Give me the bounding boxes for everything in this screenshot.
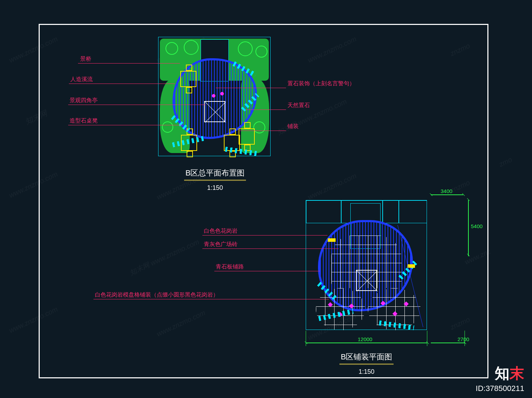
callout-label: 白色花岗岩模盘格铺装（点缀小圆形黑色花岗岩） (95, 291, 219, 299)
callout-leader (68, 125, 183, 125)
callout-leader (214, 271, 320, 271)
dimension-line (306, 343, 427, 343)
callout-label: 天然置石 (287, 102, 310, 109)
dimension-value: 12000 (358, 336, 372, 342)
circular-paving (316, 288, 365, 330)
callout-leader (246, 110, 286, 110)
dimension-ext (465, 331, 465, 346)
callout-label: 白色色花岗岩 (204, 227, 238, 235)
callout-label: 青灰色广场砖 (204, 241, 238, 248)
tree-symbol (238, 41, 253, 56)
callout-label: 景桥 (80, 55, 91, 63)
dimension-value: 2700 (458, 336, 469, 342)
callout-label: 人造溪流 (70, 76, 93, 83)
inner-grid-box (306, 200, 341, 223)
drawing-title-block: B区总平面布置图 1:150 (162, 168, 268, 192)
dimension-line (468, 200, 469, 256)
inner-grid-box (399, 200, 427, 223)
tree-symbol (166, 42, 178, 55)
stone-table (180, 71, 196, 87)
stone-step (328, 238, 336, 242)
callout-leader (93, 299, 329, 299)
tree-symbol (253, 121, 265, 133)
pavilion (204, 101, 225, 122)
dimension-ext (427, 331, 427, 346)
tree-symbol (255, 46, 267, 58)
plan-b-boundary (306, 200, 427, 330)
feature-stone (220, 92, 224, 95)
callout-leader (69, 84, 175, 84)
dimension-ext (306, 331, 306, 346)
brand-logo-char2: 末 (510, 365, 524, 382)
callout-label: 造型石桌凳 (70, 117, 98, 125)
callout-leader (68, 105, 205, 105)
feature-stone (212, 94, 215, 98)
callout-leader (78, 63, 180, 64)
callout-leader (239, 131, 286, 131)
callout-leader (202, 248, 339, 249)
drawing-title: B区总平面布置图 (184, 168, 246, 181)
watermark: zmo (498, 155, 513, 168)
inner-grid-box (383, 200, 399, 223)
dimension-line (431, 343, 465, 343)
dimension-value: 3400 (441, 188, 452, 194)
brand-logo: 知末 (476, 364, 524, 383)
dimension-value: 5400 (471, 223, 482, 229)
callout-label: 景观四角亭 (70, 97, 98, 104)
drawing-title: B区铺装平面图 (339, 352, 394, 365)
drawing-title-block: B区铺装平面图 1:150 (319, 352, 414, 376)
callout-label: 置石装饰（上刻名言警句） (287, 80, 355, 87)
dimension-line (431, 194, 463, 195)
callout-label: 青石板铺路 (216, 263, 244, 271)
plan-a-boundary (158, 37, 271, 156)
drawing-scale: 1:150 (162, 184, 268, 192)
callout-label: 铺装 (287, 123, 299, 130)
tree-symbol (184, 40, 199, 55)
brand-id: ID:378500211 (476, 384, 524, 393)
callout-leader (202, 235, 327, 236)
tree-symbol (162, 121, 173, 133)
brand-logo-char1: 知 (495, 365, 510, 382)
callout-leader (216, 88, 286, 88)
brand-block: 知末 ID:378500211 (476, 364, 524, 393)
pavilion (356, 270, 377, 291)
drawing-scale: 1:150 (319, 368, 414, 376)
